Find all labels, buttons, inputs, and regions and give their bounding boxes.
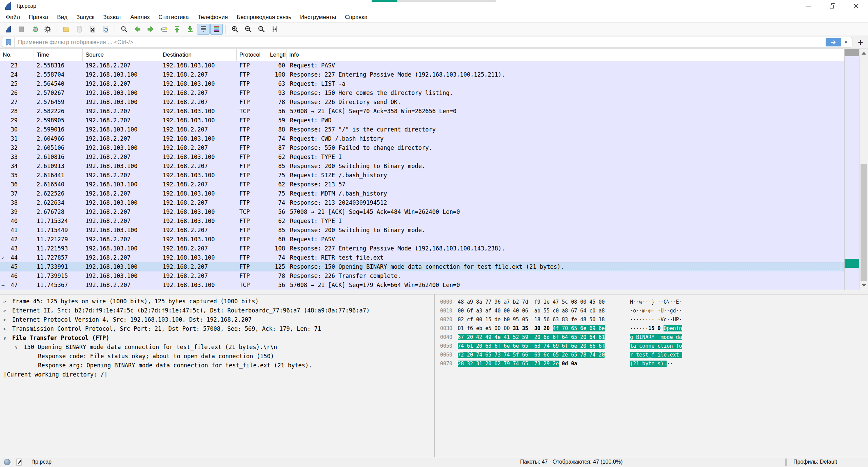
collapsed-chevron-icon[interactable]: > [3, 315, 12, 324]
menu-item[interactable]: Анализ [126, 13, 154, 22]
packet-row[interactable]: –4711.745367192.168.2.207192.168.103.100… [0, 281, 868, 290]
zoom-reset-button[interactable] [255, 24, 268, 35]
column-header[interactable]: Source [83, 49, 160, 61]
detail-line[interactable]: >Ethernet II, Src: b2:7d:f9:1e:47:5c (b2… [0, 306, 434, 315]
column-header[interactable]: Info [287, 49, 868, 61]
resize-columns-button[interactable] [268, 24, 281, 35]
packet-row[interactable]: 272.576459192.168.103.100192.168.2.207FT… [0, 98, 868, 107]
display-filter-input[interactable]: Примените фильтр отображения ... <Ctrl-/… [2, 37, 852, 47]
capture-comment-icon[interactable] [16, 459, 22, 466]
menu-item[interactable]: Телефония [193, 13, 232, 22]
packet-row[interactable]: 302.599016192.168.103.100192.168.2.207FT… [0, 125, 868, 134]
packet-row[interactable]: ✓4411.727857192.168.2.207192.168.103.100… [0, 253, 868, 262]
stop-capture-button[interactable] [15, 24, 27, 35]
packet-row[interactable]: 4211.721279192.168.2.207192.168.103.100F… [0, 235, 868, 244]
open-file-button[interactable] [60, 24, 72, 35]
packet-row[interactable]: 342.610913192.168.103.100192.168.2.207FT… [0, 162, 868, 171]
filter-bookmark-icon[interactable] [2, 37, 15, 47]
detail-line[interactable]: Response arg: Opening BINARY mode data c… [0, 361, 434, 370]
packet-list-scrollbar[interactable] [859, 49, 868, 290]
scrollbar-thumb[interactable] [861, 164, 867, 281]
hex-row[interactable]: 007028 32 31 20 62 79 74 65 73 29 2e 0d … [440, 359, 868, 368]
find-packet-button[interactable] [118, 24, 130, 35]
filter-dropdown-chevron-icon[interactable]: ▼ [844, 40, 848, 45]
packet-row[interactable]: 252.564540192.168.2.207192.168.103.100FT… [0, 79, 868, 88]
menu-item[interactable]: Вид [53, 13, 72, 22]
restore-button[interactable] [821, 0, 844, 12]
hex-row[interactable]: 005074 61 20 63 6f 6e 6e 65 63 74 69 6f … [440, 342, 868, 350]
column-header[interactable]: Time [34, 49, 83, 61]
menu-item[interactable]: Захват [99, 13, 126, 22]
detail-line[interactable]: Response code: File status okay; about t… [0, 352, 434, 361]
hex-row[interactable]: 006072 20 74 65 73 74 5f 66 69 6c 65 2e … [440, 350, 868, 359]
detail-line[interactable]: [Current working directory: /] [0, 370, 434, 379]
menu-item[interactable]: Правка [24, 13, 53, 22]
packet-minimap[interactable] [844, 49, 859, 290]
packet-row[interactable]: 392.676728192.168.2.207192.168.103.100TC… [0, 207, 868, 217]
column-header[interactable]: No. [0, 49, 34, 61]
collapsed-chevron-icon[interactable]: > [3, 324, 12, 333]
menu-item[interactable]: Запуск [72, 13, 99, 22]
packet-row[interactable]: 362.616540192.168.103.100192.168.2.207FT… [0, 180, 868, 189]
close-button[interactable] [844, 0, 868, 12]
filter-add-button[interactable]: + [856, 38, 865, 47]
packet-row[interactable]: 4011.715324192.168.2.207192.168.103.100F… [0, 217, 868, 226]
packet-row[interactable]: 332.610816192.168.2.207192.168.103.100FT… [0, 153, 868, 162]
auto-scroll-toggle[interactable] [197, 24, 210, 35]
menu-item[interactable]: Статистика [154, 13, 193, 22]
pane-splitter[interactable] [0, 290, 868, 294]
packet-row[interactable]: 242.558704192.168.103.100192.168.2.207FT… [0, 70, 868, 79]
column-header[interactable]: Destination [160, 49, 237, 61]
detail-line[interactable]: >Frame 45: 125 bytes on wire (1000 bits)… [0, 297, 434, 306]
filter-apply-button[interactable] [826, 38, 841, 46]
collapsed-chevron-icon[interactable]: > [3, 297, 12, 306]
reload-file-button[interactable] [99, 24, 112, 35]
go-to-packet-button[interactable] [157, 24, 170, 35]
menu-item[interactable]: Беспроводная связь [232, 13, 296, 22]
hex-row[interactable]: 002002 cf 00 15 de b0 95 05 18 56 63 83 … [440, 315, 868, 324]
detail-line[interactable]: ∨File Transfer Protocol (FTP) [0, 333, 434, 343]
collapsed-chevron-icon[interactable]: > [3, 306, 12, 315]
minimize-button[interactable] [797, 0, 821, 12]
status-profile[interactable]: Профиль: Default [793, 459, 837, 465]
close-file-button[interactable] [86, 24, 99, 35]
capture-options-button[interactable] [41, 24, 54, 35]
menu-item[interactable]: Инструменты [296, 13, 340, 22]
packet-row[interactable]: 382.622634192.168.103.100192.168.2.207FT… [0, 198, 868, 207]
go-back-button[interactable] [131, 24, 143, 35]
packet-row[interactable]: 4111.715449192.168.103.100192.168.2.207F… [0, 226, 868, 235]
detail-line[interactable]: >Internet Protocol Version 4, Src: 192.1… [0, 315, 434, 324]
packet-row[interactable]: 4611.739915192.168.103.100192.168.2.207F… [0, 271, 868, 281]
scroll-up-icon[interactable] [862, 52, 866, 55]
packet-row[interactable]: 282.582226192.168.2.207192.168.103.100TC… [0, 107, 868, 116]
packet-row[interactable]: 232.558316192.168.2.207192.168.103.100FT… [0, 61, 868, 70]
zoom-in-button[interactable] [229, 24, 241, 35]
packet-row[interactable]: 4511.733991192.168.103.100192.168.2.207F… [0, 262, 868, 271]
menu-item[interactable]: Справка [340, 13, 372, 22]
expanded-chevron-icon[interactable]: ∨ [3, 333, 12, 343]
menu-item[interactable]: Файл [1, 13, 24, 22]
expanded-chevron-icon[interactable]: ∨ [15, 343, 24, 352]
zoom-out-button[interactable] [242, 24, 254, 35]
detail-line[interactable]: >Transmission Control Protocol, Src Port… [0, 324, 434, 333]
packet-row[interactable]: 372.622526192.168.2.207192.168.103.100FT… [0, 189, 868, 198]
colorize-toggle[interactable] [210, 24, 223, 35]
column-header[interactable]: Protocol [237, 49, 267, 61]
hex-row[interactable]: 000048 a9 8a 77 96 a7 b2 7d f9 1e 47 5c … [440, 298, 868, 306]
packet-row[interactable]: 322.605106192.168.103.100192.168.2.207FT… [0, 143, 868, 153]
go-first-packet-button[interactable] [171, 24, 183, 35]
start-capture-button[interactable] [2, 24, 14, 35]
save-file-button[interactable] [73, 24, 85, 35]
expert-info-icon[interactable] [4, 459, 11, 465]
hex-row[interactable]: 001000 6f a3 af 40 00 40 06 ab 55 c0 a8 … [440, 306, 868, 315]
packet-row[interactable]: 292.598905192.168.2.207192.168.103.100FT… [0, 116, 868, 125]
packet-row[interactable]: 4311.721593192.168.103.100192.168.2.207F… [0, 244, 868, 253]
packet-row[interactable]: 262.570267192.168.103.100192.168.2.207FT… [0, 88, 868, 98]
column-header[interactable]: Length [267, 49, 287, 61]
hex-row[interactable]: 004067 20 42 49 4e 41 52 59 20 6d 6f 64 … [440, 333, 868, 342]
go-forward-button[interactable] [144, 24, 157, 35]
restart-capture-button[interactable] [28, 24, 41, 35]
detail-line[interactable]: ∨150 Opening BINARY mode data connection… [0, 343, 434, 352]
hex-row[interactable]: 003001 f6 eb e5 00 00 31 35 30 20 4f 70 … [440, 324, 868, 333]
scroll-down-icon[interactable] [862, 284, 866, 287]
